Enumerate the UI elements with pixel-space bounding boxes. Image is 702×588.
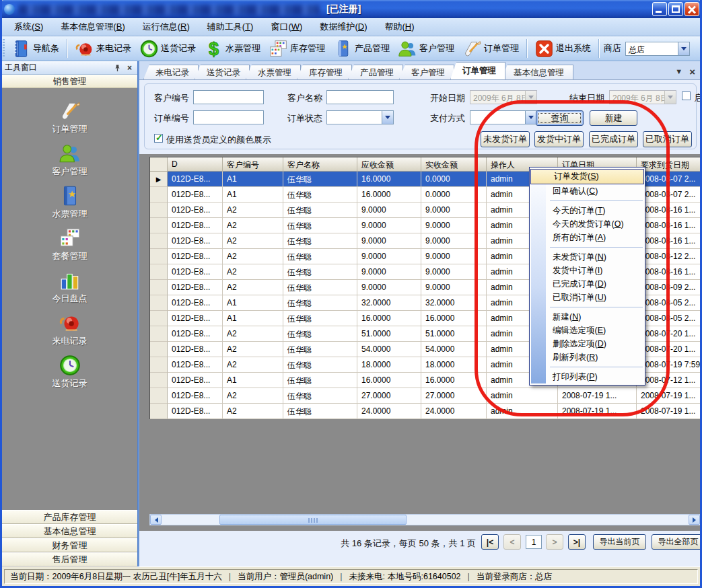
page-number-input[interactable] xyxy=(526,535,542,549)
row-selector[interactable] xyxy=(150,295,168,311)
sidebar-item-0[interactable]: 订单管理 xyxy=(2,100,137,142)
column-header-4[interactable]: 应收金额 xyxy=(357,157,421,172)
row-selector[interactable] xyxy=(150,280,168,295)
sidebar-item-3[interactable]: 套餐管理 xyxy=(2,227,137,269)
sidebar-item-1[interactable]: 客户管理 xyxy=(2,142,137,184)
column-header-8[interactable]: 要求到货日期 xyxy=(637,157,701,172)
sidebar-group-2[interactable]: 财务管理 xyxy=(2,538,137,552)
row-selector[interactable] xyxy=(150,311,168,326)
row-selector[interactable]: ▶ xyxy=(150,172,168,187)
menubar-item-2[interactable]: 运行信息(R) xyxy=(134,19,199,35)
table-row[interactable]: 012D-E8...A2伍华聪24.000024.0000admin2008-0… xyxy=(150,404,701,419)
tab-6[interactable]: 订单管理 xyxy=(450,62,505,79)
menubar-item-5[interactable]: 数据维护(D) xyxy=(311,19,376,35)
status-filter-button-3[interactable]: 已取消订单 xyxy=(643,131,692,147)
toolbar-button-3[interactable]: 送货记录 xyxy=(135,38,200,60)
color-option-checkbox[interactable] xyxy=(154,134,163,143)
row-selector[interactable] xyxy=(150,187,168,203)
menubar-item-4[interactable]: 窗口(W) xyxy=(262,19,311,35)
menubar-item-6[interactable]: 帮助(H) xyxy=(376,19,423,35)
context-menu-item-10[interactable]: 已取消订单(U) xyxy=(530,291,645,304)
toolbar-button-4[interactable]: $水票管理 xyxy=(200,38,265,60)
export-all-pages-button[interactable]: 导出全部页 xyxy=(652,534,702,550)
context-menu-item-1[interactable]: 回单确认(C) xyxy=(530,184,645,198)
context-menu-item-5[interactable]: 所有的订单(A) xyxy=(530,231,645,244)
row-selector[interactable] xyxy=(150,218,168,233)
column-header-3[interactable]: 客户名称 xyxy=(283,157,357,172)
prev-page-button[interactable]: < xyxy=(503,534,521,550)
tab-2[interactable]: 水票管理 xyxy=(246,65,301,79)
start-date-picker[interactable]: 2009年 6月 8日 xyxy=(470,90,537,104)
sidebar-item-2[interactable]: 水票管理 xyxy=(2,184,137,227)
sidebar-item-5[interactable]: 来电记录 xyxy=(2,311,137,354)
tab-4[interactable]: 产品管理 xyxy=(348,65,403,79)
close-tab-icon[interactable]: × xyxy=(689,68,695,75)
tool-window-close-icon[interactable]: × xyxy=(125,63,135,73)
context-menu-item-7[interactable]: 未发货订单(N) xyxy=(530,250,645,264)
scrollbar-thumb[interactable] xyxy=(219,515,407,525)
first-page-button[interactable]: |< xyxy=(481,534,499,550)
table-row[interactable]: 012D-E8...A2伍华聪27.000027.0000admin2008-0… xyxy=(150,388,701,404)
status-filter-button-0[interactable]: 未发货订单 xyxy=(481,131,530,147)
order-status-select[interactable] xyxy=(326,110,394,124)
pay-method-select[interactable] xyxy=(470,110,537,124)
minimize-button[interactable] xyxy=(652,2,667,16)
sidebar-item-6[interactable]: 送货记录 xyxy=(2,354,137,396)
menubar-item-1[interactable]: 基本信息管理(B) xyxy=(52,19,133,35)
column-header-0[interactable] xyxy=(150,157,168,172)
row-selector[interactable] xyxy=(150,326,168,342)
toolbar-button-10[interactable]: 退出系统 xyxy=(530,38,595,60)
new-button[interactable]: 新建 xyxy=(590,110,637,126)
context-menu-item-8[interactable]: 发货中订单(I) xyxy=(530,264,645,277)
toolbar-button-0[interactable]: 导航条 xyxy=(7,38,63,60)
enable-checkbox[interactable] xyxy=(682,91,691,100)
tab-7[interactable]: 基本信息管理 xyxy=(501,65,573,79)
chevron-down-icon[interactable]: ▼ xyxy=(675,67,682,75)
cust-name-input[interactable] xyxy=(326,90,394,104)
context-menu-item-3[interactable]: 今天的订单(T) xyxy=(530,204,645,217)
context-menu-item-14[interactable]: 删除选定项(D) xyxy=(530,337,645,351)
row-selector[interactable] xyxy=(150,342,168,357)
next-page-button[interactable]: > xyxy=(546,534,563,550)
row-selector[interactable] xyxy=(150,203,168,218)
scroll-left-icon[interactable] xyxy=(150,515,162,525)
context-menu-item-13[interactable]: 编辑选定项(E) xyxy=(530,324,645,337)
pin-icon[interactable] xyxy=(112,63,122,73)
column-header-5[interactable]: 实收金额 xyxy=(421,157,487,172)
context-menu-item-12[interactable]: 新建(N) xyxy=(530,310,645,324)
tab-0[interactable]: 来电记录 xyxy=(143,65,199,79)
tab-3[interactable]: 库存管理 xyxy=(297,65,352,79)
toolbar-button-6[interactable]: 产品管理 xyxy=(329,38,394,60)
toolbar-button-2[interactable]: 来电记录 xyxy=(71,38,135,60)
maximize-button[interactable] xyxy=(668,2,683,16)
status-filter-button-1[interactable]: 发货中订单 xyxy=(534,131,584,147)
column-header-2[interactable]: 客户编号 xyxy=(223,157,283,172)
sidebar-group-title[interactable]: 销售管理 xyxy=(2,75,137,88)
context-menu-item-0[interactable]: 订单发货(S) xyxy=(530,169,644,184)
sidebar-group-0[interactable]: 产品库存管理 xyxy=(2,510,137,524)
column-header-1[interactable]: D xyxy=(168,157,223,172)
tab-5[interactable]: 客户管理 xyxy=(399,65,454,79)
last-page-button[interactable]: >| xyxy=(568,534,586,550)
row-selector[interactable] xyxy=(150,373,168,388)
row-selector[interactable] xyxy=(150,264,168,280)
sidebar-group-1[interactable]: 基本信息管理 xyxy=(2,524,137,538)
row-selector[interactable] xyxy=(150,233,168,249)
status-filter-button-2[interactable]: 已完成订单 xyxy=(589,131,638,147)
row-selector[interactable] xyxy=(150,388,168,404)
toolbar-button-5[interactable]: 库存管理 xyxy=(265,38,329,60)
toolbar-button-8[interactable]: 订单管理 xyxy=(458,38,523,60)
query-button[interactable]: 查询 xyxy=(536,110,584,126)
sidebar-group-3[interactable]: 售后管理 xyxy=(2,552,137,566)
tab-1[interactable]: 送货记录 xyxy=(195,65,250,79)
cust-no-input[interactable] xyxy=(193,90,264,104)
menubar-item-0[interactable]: 系统(S) xyxy=(5,19,52,35)
horizontal-scrollbar[interactable] xyxy=(149,514,701,525)
shop-select[interactable]: 总店 xyxy=(625,42,690,56)
row-selector[interactable] xyxy=(150,404,168,419)
context-menu-item-17[interactable]: 打印列表(P) xyxy=(530,370,645,383)
row-selector[interactable] xyxy=(150,249,168,264)
toolbar-button-7[interactable]: 客户管理 xyxy=(394,38,458,60)
context-menu-item-4[interactable]: 今天的发货订单(O) xyxy=(530,217,645,231)
context-menu-item-9[interactable]: 已完成订单(D) xyxy=(530,277,645,291)
